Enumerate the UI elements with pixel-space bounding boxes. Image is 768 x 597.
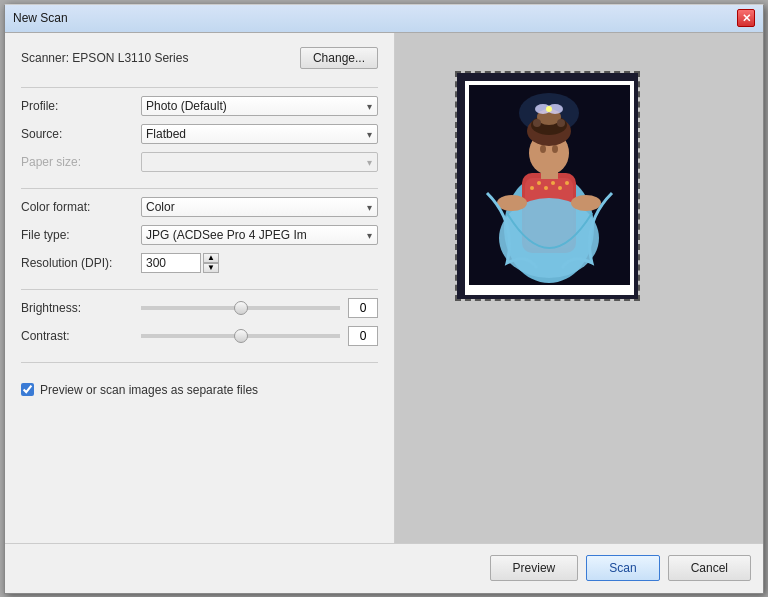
left-panel: Scanner: EPSON L3110 Series Change... Pr… [5,33,395,543]
paper-size-select-wrapper [141,152,378,172]
scan-preview-border [455,71,640,301]
profile-select-wrapper: Photo (Default) [141,96,378,116]
preview-panel [395,33,763,543]
source-row: Source: Flatbed [21,124,378,144]
brightness-slider[interactable] [141,306,340,310]
brightness-value[interactable] [348,298,378,318]
svg-point-27 [571,195,601,211]
preview-area [395,33,763,543]
cancel-button[interactable]: Cancel [668,555,751,581]
resolution-spinner-buttons: ▲ ▼ [203,253,219,273]
svg-point-8 [537,181,541,185]
svg-point-11 [558,186,562,190]
brightness-row: Brightness: [21,298,378,318]
file-type-label: File type: [21,228,141,242]
new-scan-dialog: New Scan ✕ Scanner: EPSON L3110 Series C… [4,4,764,594]
file-type-row: File type: JPG (ACDSee Pro 4 JPEG Im [21,225,378,245]
divider-1 [21,87,378,88]
svg-point-9 [544,186,548,190]
file-type-control: JPG (ACDSee Pro 4 JPEG Im [141,225,378,245]
profile-label: Profile: [21,99,141,113]
svg-point-7 [530,186,534,190]
dialog-title: New Scan [13,11,68,25]
resolution-label: Resolution (DPI): [21,256,141,270]
change-button[interactable]: Change... [300,47,378,69]
close-button[interactable]: ✕ [737,9,755,27]
divider-2 [21,188,378,189]
color-format-row: Color format: Color [21,197,378,217]
resolution-input[interactable] [141,253,201,273]
scanner-row: Scanner: EPSON L3110 Series Change... [21,47,378,69]
resolution-control: ▲ ▼ [141,253,378,273]
brightness-label: Brightness: [21,301,141,315]
color-format-label: Color format: [21,200,141,214]
svg-point-24 [546,106,552,112]
resolution-up-button[interactable]: ▲ [203,253,219,263]
file-type-select-wrapper: JPG (ACDSee Pro 4 JPEG Im [141,225,378,245]
title-bar: New Scan ✕ [5,5,763,33]
svg-point-21 [557,119,565,127]
svg-point-12 [565,181,569,185]
checkbox-row: Preview or scan images as separate files [21,383,378,397]
svg-point-16 [552,145,558,153]
scanner-label: Scanner: EPSON L3110 Series [21,51,188,65]
profile-select[interactable]: Photo (Default) [141,96,378,116]
profile-control: Photo (Default) [141,96,378,116]
svg-point-20 [533,119,541,127]
preview-svg [457,73,638,299]
source-label: Source: [21,127,141,141]
dialog-body: Scanner: EPSON L3110 Series Change... Pr… [5,33,763,543]
scan-preview-image [457,73,638,299]
divider-3 [21,289,378,290]
contrast-slider[interactable] [141,334,340,338]
contrast-label: Contrast: [21,329,141,343]
contrast-value[interactable] [348,326,378,346]
svg-point-10 [551,181,555,185]
scan-button[interactable]: Scan [586,555,659,581]
paper-size-select[interactable] [141,152,378,172]
contrast-row: Contrast: [21,326,378,346]
paper-size-row: Paper size: [21,152,378,172]
svg-point-26 [497,195,527,211]
file-type-select[interactable]: JPG (ACDSee Pro 4 JPEG Im [141,225,378,245]
resolution-down-button[interactable]: ▼ [203,263,219,273]
source-control: Flatbed [141,124,378,144]
brightness-container [141,298,378,318]
bottom-panel: Preview Scan Cancel [5,543,763,593]
profile-row: Profile: Photo (Default) [21,96,378,116]
checkbox-label: Preview or scan images as separate files [40,383,258,397]
source-select-wrapper: Flatbed [141,124,378,144]
svg-point-15 [540,145,546,153]
paper-size-control [141,152,378,172]
color-format-select-wrapper: Color [141,197,378,217]
color-format-control: Color [141,197,378,217]
contrast-container [141,326,378,346]
resolution-spinner: ▲ ▼ [141,253,378,273]
color-format-select[interactable]: Color [141,197,378,217]
preview-button[interactable]: Preview [490,555,579,581]
paper-size-label: Paper size: [21,155,141,169]
divider-4 [21,362,378,363]
source-select[interactable]: Flatbed [141,124,378,144]
separate-files-checkbox[interactable] [21,383,34,396]
resolution-row: Resolution (DPI): ▲ ▼ [21,253,378,273]
